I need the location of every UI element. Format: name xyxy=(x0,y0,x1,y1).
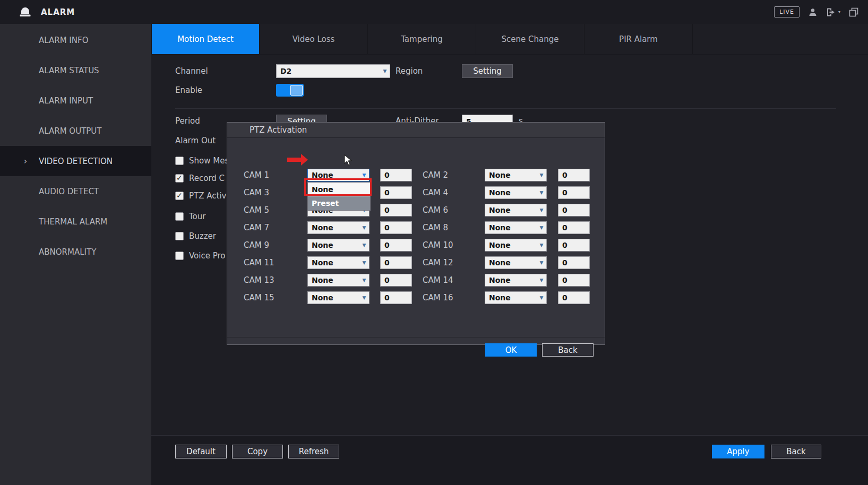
cam-9-action-dropdown[interactable]: None ▼ xyxy=(307,239,369,252)
chevron-down-icon: ▼ xyxy=(537,207,546,213)
sidebar-item-alarm-output[interactable]: ALARM OUTPUT xyxy=(0,116,151,146)
voice-prompt-checkbox[interactable] xyxy=(175,252,184,260)
cam-label: CAM 8 xyxy=(423,221,448,234)
cam-13-preset-input[interactable] xyxy=(380,274,412,287)
cam-7-preset-input[interactable] xyxy=(380,221,412,234)
user-icon[interactable] xyxy=(808,7,818,17)
chevron-down-icon: ▼ xyxy=(359,278,369,283)
apply-button[interactable]: Apply xyxy=(712,445,764,458)
ptz-activation-dialog: PTZ Activation CAM 1 None ▼ CAM 2 None ▼ xyxy=(227,122,605,345)
sidebar-item-alarm-status[interactable]: ALARM STATUS xyxy=(0,55,151,85)
tab-bar: Motion Detect Video Loss Tampering Scene… xyxy=(151,24,868,55)
chevron-down-icon: ▼ xyxy=(359,260,369,265)
cam-12-preset-input[interactable] xyxy=(558,256,590,269)
sidebar-item-abnormality[interactable]: ABNORMALITY xyxy=(0,237,151,267)
cam-label: CAM 16 xyxy=(423,291,453,304)
cam-13-action-dropdown[interactable]: None ▼ xyxy=(307,274,369,287)
dropdown-value: None xyxy=(308,223,359,232)
dropdown-value: None xyxy=(485,188,537,197)
cam-1-preset-input[interactable] xyxy=(380,169,412,181)
cam-2-preset-input[interactable] xyxy=(558,169,590,181)
show-message-checkbox[interactable] xyxy=(175,157,184,165)
refresh-button[interactable]: Refresh xyxy=(288,445,339,458)
enable-toggle[interactable] xyxy=(276,84,304,97)
cam-label: CAM 7 xyxy=(244,221,269,234)
cam-10-preset-input[interactable] xyxy=(558,239,590,252)
cam-16-action-dropdown[interactable]: None ▼ xyxy=(485,291,547,304)
region-setting-button[interactable]: Setting xyxy=(462,64,513,78)
cam-14-action-dropdown[interactable]: None ▼ xyxy=(485,274,547,287)
cam-7-action-dropdown[interactable]: None ▼ xyxy=(307,221,369,234)
cam-10-action-dropdown[interactable]: None ▼ xyxy=(485,239,547,252)
record-channel-checkbox[interactable] xyxy=(175,174,184,183)
cam-1-action-dropdown[interactable]: None ▼ xyxy=(307,169,369,181)
enable-label: Enable xyxy=(175,85,202,96)
tab-tampering[interactable]: Tampering xyxy=(368,24,476,54)
tab-motion-detect[interactable]: Motion Detect xyxy=(151,24,260,54)
cam-16-preset-input[interactable] xyxy=(558,291,590,304)
sidebar-item-alarm-input[interactable]: ALARM INPUT xyxy=(0,85,151,116)
dropdown-value: None xyxy=(308,258,359,267)
logout-icon[interactable] xyxy=(826,7,836,17)
tab-scene-change[interactable]: Scene Change xyxy=(476,24,585,54)
chevron-down-icon: ▼ xyxy=(537,172,546,178)
cam-14-preset-input[interactable] xyxy=(558,274,590,287)
cam-label: CAM 4 xyxy=(423,186,448,199)
checkbox-row-show-message: Show Mes xyxy=(175,155,229,166)
sidebar-item-label: AUDIO DETECT xyxy=(39,187,99,196)
footer-back-button[interactable]: Back xyxy=(771,445,821,458)
cam-15-preset-input[interactable] xyxy=(380,291,412,304)
screen-layout-icon[interactable] xyxy=(849,7,858,17)
cam-2-action-dropdown[interactable]: None ▼ xyxy=(485,169,547,181)
cam-9-preset-input[interactable] xyxy=(380,239,412,252)
cam-11-preset-input[interactable] xyxy=(380,256,412,269)
chevron-down-icon: ▼ xyxy=(359,295,369,300)
copy-button[interactable]: Copy xyxy=(232,445,283,458)
topbar-actions: LIVE ▾ xyxy=(774,0,858,24)
cam-5-preset-input[interactable] xyxy=(380,204,412,216)
cam-11-action-dropdown[interactable]: None ▼ xyxy=(307,256,369,269)
sidebar-item-thermal-alarm[interactable]: THERMAL ALARM xyxy=(0,206,151,237)
cam-4-action-dropdown[interactable]: None ▼ xyxy=(485,186,547,199)
sidebar-item-label: THERMAL ALARM xyxy=(39,217,107,227)
ptz-row-7: CAM 13 None ▼ CAM 14 None ▼ xyxy=(227,274,605,287)
checkbox-label: Record C xyxy=(189,174,225,183)
cam-12-action-dropdown[interactable]: None ▼ xyxy=(485,256,547,269)
cam-15-action-dropdown[interactable]: None ▼ xyxy=(307,291,369,304)
dialog-title: PTZ Activation xyxy=(227,123,605,138)
cam-3-preset-input[interactable] xyxy=(380,186,412,199)
ok-button[interactable]: OK xyxy=(485,343,537,357)
tab-video-loss[interactable]: Video Loss xyxy=(260,24,368,54)
sidebar-item-audio-detect[interactable]: AUDIO DETECT xyxy=(0,176,151,206)
cam-4-preset-input[interactable] xyxy=(558,186,590,199)
cam-6-action-dropdown[interactable]: None ▼ xyxy=(485,204,547,216)
dropdown-option-preset[interactable]: Preset xyxy=(308,196,370,210)
ptz-row-5: CAM 9 None ▼ CAM 10 None ▼ xyxy=(227,239,605,252)
nvr-alarm-screen: ALARM LIVE ▾ xyxy=(0,0,868,485)
sidebar-item-label: ABNORMALITY xyxy=(39,247,96,257)
cam-label: CAM 9 xyxy=(244,239,269,252)
dropdown-option-none[interactable]: None xyxy=(308,183,370,196)
sidebar: ALARM INFO ALARM STATUS ALARM INPUT ALAR… xyxy=(0,24,151,485)
cam-label: CAM 6 xyxy=(423,204,448,216)
dialog-body: CAM 1 None ▼ CAM 2 None ▼ CAM 3 None ▼ xyxy=(227,138,605,344)
ptz-row-4: CAM 7 None ▼ CAM 8 None ▼ xyxy=(227,221,605,234)
ptz-activation-checkbox[interactable] xyxy=(175,192,184,200)
tab-pir-alarm[interactable]: PIR Alarm xyxy=(585,24,693,54)
cam-6-preset-input[interactable] xyxy=(558,204,590,216)
sidebar-item-video-detection[interactable]: › VIDEO DETECTION xyxy=(0,146,151,176)
cam-8-preset-input[interactable] xyxy=(558,221,590,234)
cam-8-action-dropdown[interactable]: None ▼ xyxy=(485,221,547,234)
channel-dropdown[interactable]: D2 ▼ xyxy=(276,64,390,78)
dropdown-value: None xyxy=(308,241,359,249)
dropdown-value: None xyxy=(485,223,537,232)
sidebar-item-alarm-info[interactable]: ALARM INFO xyxy=(0,25,151,55)
toggle-knob xyxy=(290,85,303,96)
buzzer-checkbox[interactable] xyxy=(175,232,184,240)
tour-checkbox[interactable] xyxy=(175,212,184,221)
checkbox-row-voice-prompt: Voice Pro xyxy=(175,250,225,261)
default-button[interactable]: Default xyxy=(175,445,227,458)
live-button[interactable]: LIVE xyxy=(774,6,800,18)
ptz-row-6: CAM 11 None ▼ CAM 12 None ▼ xyxy=(227,256,605,269)
dialog-back-button[interactable]: Back xyxy=(542,343,594,357)
